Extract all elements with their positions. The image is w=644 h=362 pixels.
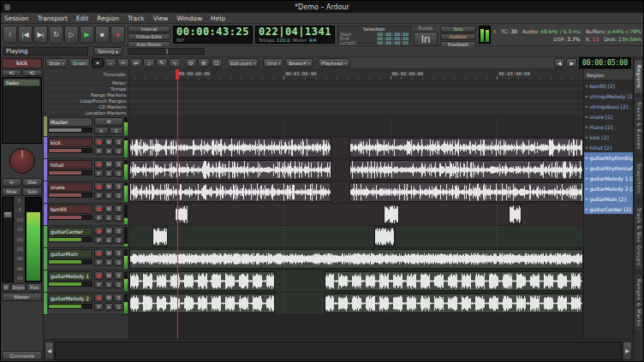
- side-tab-track-bus-groups[interactable]: Track & Bus Groups: [634, 202, 643, 272]
- track-p-button[interactable]: P: [94, 214, 104, 222]
- region-list-item[interactable]: ▸guitarMain [2]: [584, 193, 633, 204]
- menu-window[interactable]: Window: [177, 15, 203, 22]
- ruler-strip[interactable]: [129, 98, 583, 104]
- triangle-right-icon[interactable]: ▸: [586, 114, 588, 119]
- follow-edits-button[interactable]: Follow Edits: [128, 33, 170, 40]
- menu-view[interactable]: View: [153, 15, 169, 22]
- ruler-name-loop-punch-ranges[interactable]: Loop/Punch Ranges: [44, 98, 128, 104]
- smart-mode-button[interactable]: Smart: [69, 58, 90, 68]
- menu-session[interactable]: Session: [4, 15, 29, 22]
- track-g-button[interactable]: G: [114, 281, 123, 288]
- track-m-button[interactable]: M: [104, 205, 114, 213]
- region-list-item[interactable]: ▸kick [2]: [584, 132, 633, 142]
- region-list-item[interactable]: ▸guitarRhythmRight: [584, 152, 633, 163]
- triangle-right-icon[interactable]: ▸: [586, 124, 588, 129]
- region-list-item[interactable]: ▸Piano [2]: [584, 122, 633, 132]
- track-g-button[interactable]: G: [110, 127, 124, 134]
- track-g-button[interactable]: G: [114, 192, 123, 199]
- main-clock[interactable]: 00:00:43:25 INT: [173, 26, 253, 44]
- track-gain-fader[interactable]: [48, 193, 92, 198]
- track-name-button[interactable]: kick: [48, 138, 92, 147]
- play-selection-button[interactable]: ▷: [64, 26, 79, 44]
- strip-m-button[interactable]: M: [2, 283, 10, 292]
- triangle-right-icon[interactable]: ▸: [586, 145, 588, 150]
- record-enable-button[interactable]: [94, 160, 104, 169]
- track-p-button[interactable]: P: [94, 236, 104, 244]
- ruler-strip[interactable]: [129, 92, 583, 98]
- monitor-disk-button[interactable]: Disk: [22, 178, 42, 187]
- track-s-button[interactable]: S: [114, 271, 123, 280]
- timecode-ruler[interactable]: 00:00:00:0000:01:00:0000:02:00:0000:03:0…: [129, 69, 583, 80]
- strip-io-button[interactable]: #1: [2, 69, 21, 76]
- track-a-button[interactable]: A: [94, 127, 109, 134]
- track-waveform-canvas[interactable]: [129, 159, 583, 181]
- session-summary[interactable]: [55, 341, 622, 360]
- processor-fader[interactable]: Fader: [3, 79, 40, 86]
- track-header[interactable]: guitarMainMSPAG: [44, 248, 129, 270]
- strip-post-button[interactable]: Post: [27, 283, 42, 292]
- track-s-button[interactable]: S: [114, 205, 123, 213]
- playhead-marker[interactable]: [176, 69, 179, 80]
- mute-button[interactable]: Mute: [2, 187, 21, 196]
- panner-knob[interactable]: [9, 148, 35, 174]
- comments-button[interactable]: Comments: [2, 351, 42, 360]
- track-name-button[interactable]: guitarMelody 1: [48, 271, 92, 281]
- ruler-name-tempo[interactable]: Tempo: [44, 86, 128, 92]
- solo-button[interactable]: Solo: [22, 187, 42, 196]
- region-list-item[interactable]: ▸stringsBass [2]: [584, 101, 633, 111]
- track-lane[interactable]: [129, 181, 583, 203]
- track-header[interactable]: snareMSPAG: [44, 181, 129, 203]
- strip-name-button[interactable]: kick: [2, 58, 42, 68]
- meter-value[interactable]: 4/4: [309, 38, 317, 44]
- internal-edit-tool[interactable]: ∿: [169, 58, 181, 68]
- track-g-button[interactable]: G: [114, 258, 123, 266]
- audition-tool[interactable]: ♫: [143, 58, 155, 68]
- triangle-right-icon[interactable]: ▸: [586, 165, 588, 170]
- menu-help[interactable]: Help: [211, 15, 225, 22]
- edit-mode-dropdown[interactable]: Slide▾: [45, 58, 68, 68]
- record-button[interactable]: ●: [110, 26, 125, 44]
- strip-io-button[interactable]: #2: [22, 69, 42, 76]
- track-a-button[interactable]: A: [104, 236, 114, 244]
- track-p-button[interactable]: P: [94, 147, 104, 155]
- ruler-name-timecode[interactable]: Timecode: [44, 69, 128, 80]
- track-waveform-canvas[interactable]: [129, 293, 583, 314]
- record-enable-button[interactable]: [94, 271, 104, 280]
- track-name-button[interactable]: guitarCenter: [48, 227, 92, 236]
- midi-panic-button[interactable]: !: [3, 26, 17, 44]
- shuttle-mode-button[interactable]: Sprung ▾: [93, 47, 122, 56]
- playhead-dropdown[interactable]: Playhead▾: [318, 58, 350, 68]
- stop-button[interactable]: ■: [95, 26, 110, 44]
- secondary-clock[interactable]: 022|04|1341 Tempo 120.0 Meter 4/4: [255, 26, 335, 44]
- nudge-clock[interactable]: 00:00:05:00: [579, 57, 631, 68]
- track-name-button[interactable]: tomfill: [48, 205, 92, 214]
- side-tab-ranges-marks[interactable]: Ranges & Marks: [634, 273, 643, 333]
- output-button[interactable]: Master: [2, 293, 42, 301]
- stretch-tool[interactable]: ⇌: [130, 58, 142, 68]
- goto-start-button[interactable]: |◀: [18, 26, 33, 44]
- track-header[interactable]: MasterMAG: [44, 116, 129, 136]
- monitor-in-button[interactable]: In: [2, 178, 21, 187]
- gain-fader[interactable]: [2, 197, 14, 282]
- track-lane[interactable]: [129, 226, 583, 247]
- region-list-item[interactable]: ▸guitarCenter [2]: [584, 204, 633, 214]
- summary-scroll-left-button[interactable]: ◀: [45, 341, 54, 360]
- punch-in-button[interactable]: In: [414, 32, 438, 46]
- play-button[interactable]: ▶: [80, 26, 94, 44]
- loop-button[interactable]: ↻: [49, 26, 63, 44]
- track-p-button[interactable]: P: [94, 281, 104, 288]
- track-gain-fader[interactable]: [48, 282, 92, 287]
- triangle-right-icon[interactable]: ▸: [586, 134, 588, 139]
- grid-unit-dropdown[interactable]: Beats/4▾: [285, 58, 313, 68]
- triangle-right-icon[interactable]: ▸: [586, 175, 588, 181]
- menu-track[interactable]: Track: [128, 15, 145, 22]
- track-g-button[interactable]: G: [114, 303, 123, 311]
- track-g-button[interactable]: G: [114, 147, 123, 155]
- record-enable-button[interactable]: [94, 249, 104, 258]
- track-m-button[interactable]: M: [94, 117, 123, 126]
- track-m-button[interactable]: M: [104, 227, 114, 235]
- track-waveform-canvas[interactable]: [129, 181, 583, 203]
- region-list-header[interactable]: Region: [584, 69, 633, 80]
- track-gain-fader[interactable]: [48, 215, 92, 220]
- track-waveform-canvas[interactable]: [129, 204, 583, 225]
